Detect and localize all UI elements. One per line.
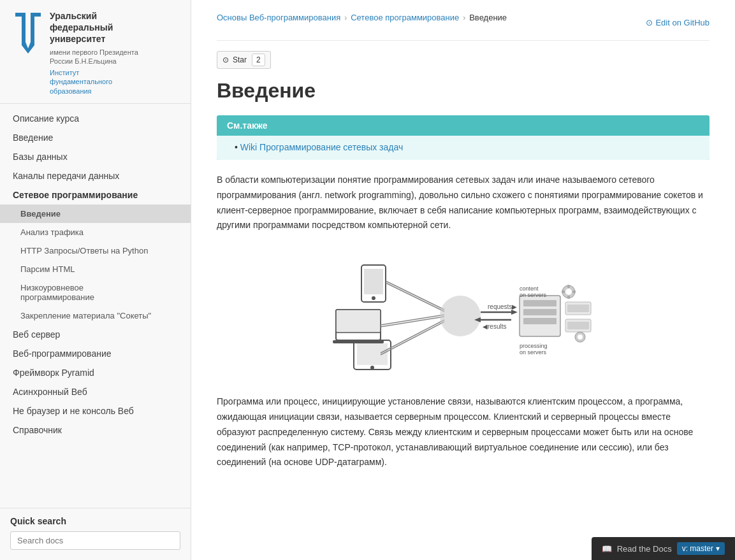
github-icon: ⊙	[646, 18, 653, 27]
svg-line-11	[386, 283, 444, 312]
university-name: Уральскийфедеральныйуниверситет	[50, 10, 138, 45]
sidebar-item-network-prog[interactable]: Сетевое программирование	[0, 185, 191, 205]
star-icon: ⊙	[222, 55, 229, 64]
svg-rect-25	[523, 309, 557, 315]
svg-text:on servers: on servers	[520, 292, 547, 298]
sidebar-item-traffic[interactable]: Анализ трафика	[0, 223, 191, 241]
main-content: Основы Веб-программирования › Сетевое пр…	[191, 0, 735, 560]
see-also-header: См.также	[217, 115, 710, 136]
search-title: Quick search	[10, 516, 180, 526]
svg-rect-8	[357, 343, 388, 365]
breadcrumb-sep-2: ›	[463, 13, 465, 22]
breadcrumb-link-1[interactable]: Основы Веб-программирования	[217, 13, 340, 22]
star-button[interactable]: ⊙ Star 2	[217, 51, 271, 69]
svg-text:content: content	[520, 285, 539, 292]
sidebar-item-http[interactable]: HTTP Запросы/Ответы на Python	[0, 241, 191, 260]
see-also-box: См.также • Wiki Программирование сетевых…	[217, 115, 710, 160]
network-diagram: requests▶ ◀results	[217, 246, 710, 382]
breadcrumb-current: Введение	[469, 13, 507, 22]
svg-text:requests▶: requests▶	[488, 303, 517, 310]
page-title: Введение	[217, 79, 710, 103]
svg-point-16	[440, 296, 481, 336]
star-count: 2	[252, 54, 265, 66]
svg-point-6	[372, 296, 375, 300]
search-section: Quick search	[0, 508, 191, 560]
svg-rect-36	[567, 322, 589, 329]
sidebar-item-course-desc[interactable]: Описание курса	[0, 109, 191, 128]
svg-rect-30	[567, 296, 570, 299]
svg-point-28	[565, 289, 572, 295]
sidebar-item-intro[interactable]: Введение	[0, 128, 191, 147]
university-logo	[13, 10, 43, 57]
svg-line-12	[381, 315, 444, 325]
sidebar-item-web-prog[interactable]: Веб-программирование	[0, 344, 191, 363]
rtd-book-icon: 📖	[602, 544, 612, 554]
svg-rect-29	[567, 285, 570, 288]
svg-rect-2	[336, 310, 381, 333]
svg-point-38	[578, 334, 583, 340]
logo-section: Уральскийфедеральныйуниверситет имени пе…	[0, 0, 191, 104]
svg-rect-26	[523, 318, 557, 324]
sidebar-item-web-server[interactable]: Веб сервер	[0, 325, 191, 344]
see-also-link[interactable]: Wiki Программирование сетевых задач	[240, 142, 403, 152]
svg-text:on servers: on servers	[520, 349, 547, 355]
svg-line-10	[386, 281, 444, 310]
svg-rect-5	[364, 269, 383, 294]
body-text-1: В области компьютеризации понятие програ…	[217, 173, 710, 233]
star-label: Star	[233, 55, 247, 64]
svg-rect-32	[572, 291, 576, 293]
sidebar-item-channels[interactable]: Каналы передачи данных	[0, 166, 191, 185]
rtd-version-label: v: master	[682, 544, 713, 553]
svg-text:processing: processing	[520, 343, 548, 349]
chevron-down-icon: ▾	[716, 544, 720, 553]
institute-name: Институтфундаментальногообразования	[50, 68, 138, 96]
sidebar-item-pyramid[interactable]: Фреймворк Pyramid	[0, 363, 191, 382]
search-input[interactable]	[10, 531, 180, 550]
sidebar: Уральскийфедеральныйуниверситет имени пе…	[0, 0, 191, 560]
sidebar-item-async-web[interactable]: Асинхронный Веб	[0, 382, 191, 401]
svg-line-15	[381, 322, 444, 355]
edit-on-github-link[interactable]: ⊙ Edit on GitHub	[646, 18, 710, 27]
sidebar-item-vvedenie[interactable]: Введение	[0, 205, 191, 223]
sidebar-item-no-browser[interactable]: Не браузер и не консоль Веб	[0, 401, 191, 420]
svg-point-9	[370, 366, 374, 370]
sidebar-item-sockets[interactable]: Закрепление материала "Сокеты"	[0, 306, 191, 325]
rtd-label: Read the Docs	[617, 544, 672, 554]
sidebar-item-parse-html[interactable]: Парсим HTML	[0, 260, 191, 278]
sidebar-item-databases[interactable]: Базы данных	[0, 147, 191, 166]
breadcrumb: Основы Веб-программирования › Сетевое пр…	[217, 13, 507, 22]
svg-marker-18	[511, 310, 518, 315]
see-also-body: • Wiki Программирование сетевых задач	[217, 136, 710, 160]
svg-rect-24	[523, 300, 557, 306]
logo-text: Уральскийфедеральныйуниверситет имени пе…	[50, 10, 138, 96]
svg-marker-0	[15, 13, 41, 54]
sidebar-navigation: Описание курса Введение Базы данных Кана…	[0, 104, 191, 508]
svg-rect-31	[562, 291, 565, 293]
university-subtitle: имени первого ПрезидентаРоссии Б.Н.Ельци…	[50, 48, 138, 66]
body-text-2: Программа или процесс, инициирующие уста…	[217, 394, 710, 470]
svg-rect-34	[567, 305, 589, 312]
breadcrumb-row: Основы Веб-программирования › Сетевое пр…	[217, 13, 710, 41]
read-the-docs-bar: 📖 Read the Docs v: master ▾	[592, 537, 735, 560]
sidebar-item-reference[interactable]: Справочник	[0, 420, 191, 440]
breadcrumb-sep-1: ›	[344, 13, 347, 22]
rtd-version-button[interactable]: v: master ▾	[677, 542, 725, 555]
svg-line-14	[381, 320, 444, 353]
svg-text:◀results: ◀results	[483, 323, 506, 330]
sidebar-item-low-level[interactable]: Низкоуровневое программирование	[0, 278, 191, 306]
breadcrumb-link-2[interactable]: Сетевое программирование	[351, 13, 459, 22]
